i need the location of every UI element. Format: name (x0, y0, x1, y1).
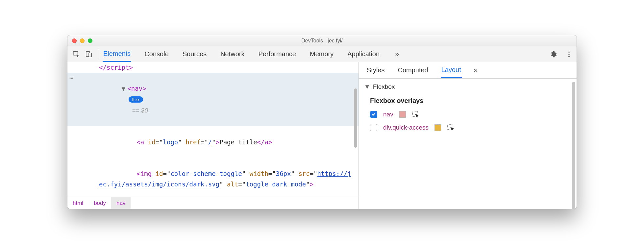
overlays-heading: Flexbox overlays (359, 92, 577, 108)
element-picker-icon[interactable] (412, 110, 420, 118)
crumb-nav[interactable]: nav (111, 197, 131, 209)
svg-point-4 (568, 54, 570, 55)
devtools-window: DevTools - jec.fyi/ Elements Console Sou… (67, 35, 577, 209)
tab-performance[interactable]: Performance (258, 47, 297, 61)
svg-rect-2 (89, 53, 91, 57)
dom-img-element[interactable]: <img id="color-scheme-toggle" width="36p… (67, 158, 359, 197)
tab-console[interactable]: Console (144, 47, 169, 61)
separator (98, 50, 98, 59)
tab-styles[interactable]: Styles (366, 63, 385, 77)
overlay-label[interactable]: nav (383, 111, 393, 118)
overlay-checkbox[interactable] (370, 124, 377, 131)
overlay-label[interactable]: div.quick-access (383, 124, 429, 131)
crumb-html[interactable]: html (67, 197, 88, 209)
breadcrumb: html body nav (67, 197, 359, 209)
svg-point-3 (568, 51, 570, 53)
console-reference: == $0 (132, 107, 148, 114)
element-picker-icon[interactable] (447, 124, 455, 132)
crumb-body[interactable]: body (88, 197, 111, 209)
svg-point-5 (568, 56, 570, 57)
panel-tabs: Elements Console Sources Network Perform… (103, 47, 549, 62)
inspect-element-icon[interactable] (72, 50, 81, 59)
color-swatch[interactable] (399, 111, 406, 118)
device-toolbar-icon[interactable] (85, 50, 93, 59)
dom-tree[interactable]: </script> ▼<nav> flex == $0 <a id="logo"… (67, 62, 359, 197)
scrollbar-thumb[interactable] (354, 88, 357, 148)
disclosure-triangle-down-icon[interactable]: ▼ (364, 83, 370, 90)
overlay-row-quick-access: div.quick-access (359, 121, 577, 134)
dom-nav-open[interactable]: ▼<nav> flex == $0 (67, 73, 359, 126)
overlay-row-nav: nav (359, 108, 577, 121)
zoom-window-button[interactable] (88, 38, 92, 43)
settings-icon[interactable] (549, 50, 557, 59)
tab-elements[interactable]: Elements (103, 47, 131, 62)
dom-a-element[interactable]: <a id="logo" href="/">Page title</a> (67, 126, 359, 158)
content: </script> ▼<nav> flex == $0 <a id="logo"… (67, 62, 577, 209)
flexbox-section-header[interactable]: ▼ Flexbox (359, 79, 577, 92)
elements-panel: </script> ▼<nav> flex == $0 <a id="logo"… (67, 62, 359, 209)
window-controls (67, 38, 92, 43)
more-sidebar-tabs-icon[interactable]: » (474, 66, 478, 75)
tab-network[interactable]: Network (220, 47, 245, 61)
color-swatch[interactable] (434, 124, 441, 131)
tab-sources[interactable]: Sources (182, 47, 207, 61)
dom-script-close[interactable]: </script> (67, 62, 359, 73)
titlebar: DevTools - jec.fyi/ (67, 35, 577, 46)
close-window-button[interactable] (72, 38, 77, 43)
tab-computed[interactable]: Computed (397, 63, 429, 77)
more-tabs-icon[interactable]: » (393, 50, 401, 59)
sidebar-tabs: Styles Computed Layout » (359, 62, 577, 79)
svg-rect-0 (73, 51, 78, 55)
overlay-checkbox[interactable] (370, 111, 377, 118)
main-toolbar: Elements Console Sources Network Perform… (67, 46, 577, 62)
flex-badge[interactable]: flex (129, 96, 143, 103)
section-title: Flexbox (373, 83, 395, 90)
minimize-window-button[interactable] (80, 38, 85, 43)
scrollbar-thumb[interactable] (572, 82, 575, 209)
disclosure-triangle-down-icon[interactable]: ▼ (121, 83, 127, 94)
tab-memory[interactable]: Memory (309, 47, 334, 61)
tab-application[interactable]: Application (347, 47, 380, 61)
kebab-menu-icon[interactable] (565, 50, 573, 59)
window-title: DevTools - jec.fyi/ (67, 38, 577, 44)
tab-layout[interactable]: Layout (441, 63, 462, 78)
styles-sidebar: Styles Computed Layout » ▼ Flexbox Flexb… (359, 62, 577, 209)
